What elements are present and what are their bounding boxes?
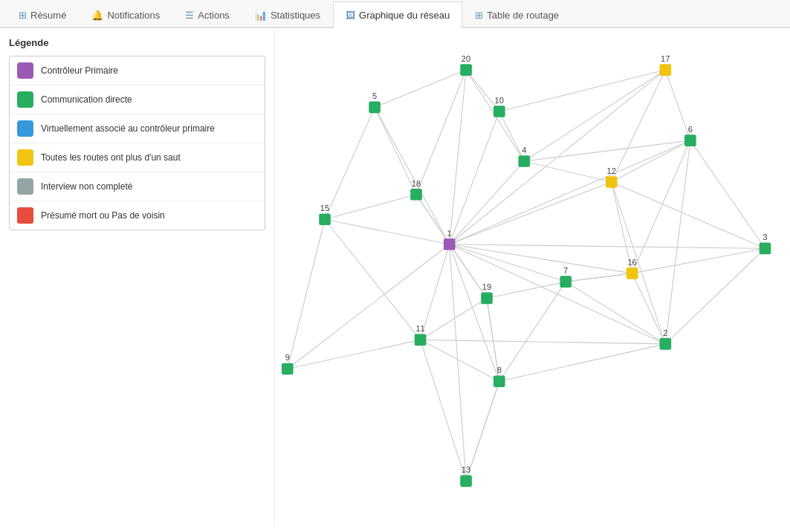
legend-swatch-direct: [17, 91, 33, 108]
node-label-5: 5: [372, 91, 377, 100]
node-rect-16[interactable]: [627, 267, 638, 279]
graph-edge: [632, 248, 765, 273]
node-rect-3[interactable]: [760, 243, 771, 255]
graph-node-3[interactable]: 3: [760, 233, 771, 254]
graph-edge: [466, 381, 499, 481]
node-rect-1[interactable]: [444, 239, 456, 250]
graph-edge: [450, 161, 525, 244]
tab-actions[interactable]: ☰ Actions: [172, 1, 242, 28]
legend-label-multihop: Toutes les routes ont plus d'un saut: [41, 152, 181, 163]
graph-edge: [524, 70, 665, 161]
actions-icon: ☰: [185, 10, 194, 21]
graph-edge: [665, 70, 690, 140]
legend-item-direct: Communication directe: [10, 85, 265, 114]
node-rect-18[interactable]: [410, 189, 422, 201]
graph-node-19[interactable]: 19: [481, 282, 493, 304]
graph-edge: [632, 140, 690, 273]
graph-node-9[interactable]: 9: [282, 353, 294, 374]
node-label-10: 10: [495, 96, 504, 105]
node-label-18: 18: [412, 179, 421, 188]
tab-resume[interactable]: ⊞ Résumé: [6, 1, 79, 28]
tab-bar: ⊞ Résumé 🔔 Notifications ☰ Actions 📊 Sta…: [0, 0, 790, 28]
node-rect-17[interactable]: [660, 64, 672, 76]
graphique-icon: 🖼: [346, 10, 355, 21]
legend-item-virtual: Virtuellement associé au contrôleur prim…: [10, 114, 265, 143]
tab-resume-label: Résumé: [30, 10, 66, 21]
legend-box: Contrôleur Primaire Communication direct…: [9, 56, 265, 230]
graph-edge: [450, 244, 632, 273]
legend-item-dead: Présumé mort ou Pas de voisin: [10, 201, 265, 230]
graph-edge: [612, 140, 690, 182]
graph-edge: [375, 107, 450, 244]
node-label-8: 8: [497, 366, 502, 374]
graph-edge: [288, 340, 421, 369]
graph-node-15[interactable]: 15: [319, 204, 331, 225]
graph-edge: [450, 140, 690, 244]
graph-edge: [325, 219, 421, 340]
node-label-7: 7: [563, 266, 568, 275]
graph-edge: [375, 70, 466, 107]
graph-node-7[interactable]: 7: [560, 266, 572, 288]
tab-statistiques[interactable]: 📊 Statistiques: [242, 1, 333, 28]
graph-node-18[interactable]: 18: [410, 179, 422, 201]
node-rect-6[interactable]: [684, 134, 696, 146]
main-content: Légende Contrôleur Primaire Communicatio…: [0, 28, 790, 527]
legend-label-primary: Contrôleur Primaire: [41, 65, 118, 76]
graph-node-20[interactable]: 20: [460, 54, 472, 76]
node-rect-12[interactable]: [606, 176, 618, 188]
graph-edge: [450, 182, 612, 244]
legend-swatch-primary: [17, 62, 33, 79]
graph-node-13[interactable]: 13: [460, 465, 472, 487]
node-rect-8[interactable]: [493, 375, 505, 387]
graph-edge: [524, 161, 611, 182]
graph-edge: [499, 70, 666, 111]
graph-edge: [450, 244, 499, 381]
node-rect-9[interactable]: [282, 363, 294, 375]
tab-table-label: Table de routage: [487, 10, 559, 21]
network-svg: 12345678910111213151617181920: [275, 28, 790, 527]
graph-node-8[interactable]: 8: [493, 366, 505, 387]
graph-node-4[interactable]: 4: [518, 146, 530, 167]
graph-edge: [450, 244, 765, 249]
node-rect-2[interactable]: [660, 338, 672, 350]
graph-edge: [325, 107, 375, 219]
graph-edge: [450, 244, 566, 282]
graph-edge: [325, 219, 450, 244]
graph-node-16[interactable]: 16: [627, 258, 638, 279]
graph-node-10[interactable]: 10: [493, 96, 505, 117]
node-rect-7[interactable]: [560, 276, 572, 288]
tab-actions-label: Actions: [198, 10, 230, 21]
node-label-11: 11: [415, 324, 424, 333]
graph-edge: [665, 248, 765, 344]
node-rect-15[interactable]: [319, 213, 331, 225]
graph-node-1[interactable]: 1: [444, 229, 456, 250]
graph-edge: [665, 140, 690, 344]
tab-table[interactable]: ⊞ Table de routage: [462, 1, 572, 28]
tab-graphique-label: Graphique du réseau: [359, 10, 450, 21]
graph-edge: [499, 111, 525, 161]
graph-edge: [566, 273, 632, 282]
node-label-15: 15: [320, 204, 329, 213]
graph-edge: [288, 244, 450, 369]
node-rect-5[interactable]: [369, 102, 381, 114]
tab-notifications[interactable]: 🔔 Notifications: [79, 1, 172, 28]
statistiques-icon: 📊: [255, 10, 267, 21]
graph-edge: [416, 70, 466, 195]
graph-edge: [421, 340, 466, 481]
node-label-6: 6: [688, 125, 693, 134]
node-rect-4[interactable]: [518, 155, 530, 167]
node-rect-20[interactable]: [460, 64, 472, 76]
graph-node-17[interactable]: 17: [660, 54, 672, 76]
graph-edge: [450, 70, 466, 244]
graph-edge: [612, 70, 666, 182]
node-rect-13[interactable]: [460, 476, 472, 487]
graph-node-11[interactable]: 11: [415, 324, 427, 346]
legend-label-direct: Communication directe: [41, 94, 132, 105]
graph-node-5[interactable]: 5: [369, 91, 381, 113]
tab-graphique[interactable]: 🖼 Graphique du réseau: [333, 1, 462, 28]
legend-item-primary: Contrôleur Primaire: [10, 56, 265, 85]
node-rect-11[interactable]: [415, 334, 427, 346]
node-rect-10[interactable]: [493, 106, 505, 117]
graph-node-12[interactable]: 12: [606, 166, 618, 188]
node-rect-19[interactable]: [481, 293, 493, 305]
